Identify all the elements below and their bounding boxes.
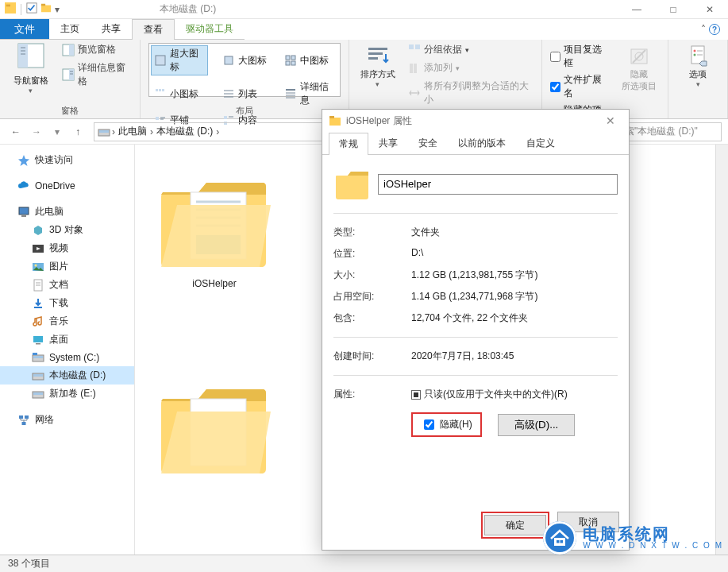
group-show-hide: 项目复选框 文件扩展名 隐藏的项目 隐藏 所选项目 bbox=[542, 40, 668, 118]
details-pane-option[interactable]: 详细信息窗格 bbox=[62, 61, 133, 88]
sidebar-system-c[interactable]: System (C:) bbox=[0, 349, 134, 366]
close-button[interactable]: ✕ bbox=[691, 0, 728, 19]
breadcrumb-this-pc[interactable]: 此电脑 bbox=[117, 125, 148, 138]
options-button[interactable]: 选项 ▾ bbox=[676, 43, 719, 88]
folder-ioshelper[interactable]: iOSHelper bbox=[151, 168, 278, 289]
svg-rect-56 bbox=[21, 215, 26, 217]
hide-selected-button[interactable]: 隐藏 所选项目 bbox=[618, 43, 660, 92]
group-layout-label: 布局 bbox=[148, 105, 340, 117]
help-icon[interactable]: ? bbox=[709, 24, 720, 35]
label-contains: 包含: bbox=[333, 311, 405, 325]
dialog-close-button[interactable]: ✕ bbox=[599, 114, 622, 127]
svg-rect-73 bbox=[19, 415, 23, 419]
sidebar-music[interactable]: 音乐 bbox=[0, 312, 134, 330]
ok-button-highlight: 确定 bbox=[481, 512, 549, 539]
item-checkboxes-toggle[interactable]: 项目复选框 bbox=[550, 43, 609, 70]
svg-rect-18 bbox=[286, 56, 290, 60]
forward-button[interactable]: → bbox=[27, 122, 46, 141]
sidebar-downloads[interactable]: 下载 bbox=[0, 294, 134, 312]
sidebar-pictures[interactable]: 图片 bbox=[0, 257, 134, 276]
svg-rect-84 bbox=[329, 116, 334, 118]
back-button[interactable]: ← bbox=[6, 122, 25, 141]
svg-point-51 bbox=[694, 54, 696, 56]
svg-rect-86 bbox=[557, 540, 560, 543]
up-button[interactable]: ↑ bbox=[68, 122, 87, 141]
dialog-tab-general[interactable]: 常规 bbox=[329, 133, 368, 155]
group-by-option[interactable]: 分组依据▾ bbox=[408, 43, 533, 56]
folder-label: iOSHelper bbox=[192, 278, 236, 289]
dialog-tab-customize[interactable]: 自定义 bbox=[516, 132, 565, 154]
sidebar-quick-access[interactable]: 快速访问 bbox=[0, 151, 134, 169]
minimize-button[interactable]: — bbox=[618, 0, 655, 19]
folder-icon[interactable] bbox=[40, 2, 52, 16]
size-all-columns-option[interactable]: 将所有列调整为合适的大小 bbox=[408, 79, 533, 106]
qat-checkbox-icon[interactable] bbox=[26, 2, 37, 16]
sidebar-documents[interactable]: 文档 bbox=[0, 276, 134, 294]
tab-view[interactable]: 查看 bbox=[132, 19, 175, 40]
breadcrumb-drive-d[interactable]: 本地磁盘 (D:) bbox=[155, 125, 214, 138]
qat-overflow-icon[interactable]: ▾ bbox=[55, 4, 60, 15]
sort-button[interactable]: 排序方式 ▾ bbox=[357, 43, 399, 117]
svg-rect-38 bbox=[368, 48, 387, 50]
tab-drive-tools[interactable]: 驱动器工具 bbox=[175, 19, 245, 40]
sidebar-local-d[interactable]: 本地磁盘 (D:) bbox=[0, 366, 134, 385]
ribbon-panel: 导航窗格 ▾ 预览窗格 详细信息窗格 窗格 超大图标 大图标 中图标 小图标 列… bbox=[0, 40, 728, 119]
ok-button[interactable]: 确定 bbox=[484, 515, 546, 535]
preview-pane-option[interactable]: 预览窗格 bbox=[62, 43, 133, 56]
svg-rect-11 bbox=[69, 44, 74, 56]
recent-locations-button[interactable]: ▾ bbox=[48, 122, 67, 141]
value-type: 文件夹 bbox=[411, 226, 618, 239]
svg-rect-13 bbox=[69, 69, 74, 80]
file-extensions-toggle[interactable]: 文件扩展名 bbox=[550, 73, 609, 100]
nav-pane-button[interactable]: 导航窗格 ▾ bbox=[8, 43, 54, 95]
nav-pane-label: 导航窗格 bbox=[13, 75, 48, 87]
vertical-scrollbar[interactable] bbox=[715, 145, 728, 555]
svg-rect-32 bbox=[156, 117, 159, 120]
tab-file[interactable]: 文件 bbox=[0, 19, 49, 40]
watermark-badge-icon bbox=[543, 521, 576, 555]
window-controls: — □ ✕ bbox=[618, 0, 728, 19]
svg-rect-70 bbox=[33, 374, 43, 377]
hidden-checkbox[interactable]: 隐藏(H) bbox=[411, 412, 482, 437]
svg-rect-43 bbox=[410, 64, 413, 73]
dialog-tab-sharing[interactable]: 共享 bbox=[368, 132, 408, 154]
dialog-tab-security[interactable]: 安全 bbox=[408, 132, 448, 154]
group-layout: 超大图标 大图标 中图标 小图标 列表 详细信息 平铺 内容 布局 bbox=[141, 40, 349, 118]
navigation-tree[interactable]: 快速访问 OneDrive 此电脑 3D 对象 视频 图片 文档 下载 音乐 桌… bbox=[0, 145, 135, 555]
sidebar-this-pc[interactable]: 此电脑 bbox=[0, 203, 134, 221]
sidebar-desktop[interactable]: 桌面 bbox=[0, 330, 134, 349]
svg-rect-74 bbox=[25, 415, 29, 419]
ribbon-collapse-icon[interactable]: ˄ bbox=[701, 24, 706, 35]
tab-home[interactable]: 主页 bbox=[49, 19, 91, 40]
layout-large[interactable]: 大图标 bbox=[219, 45, 270, 75]
dialog-titlebar[interactable]: iOSHelper 属性 ✕ bbox=[322, 110, 629, 132]
value-size-on-disk: 1.14 GB (1,234,771,968 字节) bbox=[411, 290, 618, 303]
sidebar-3d-objects[interactable]: 3D 对象 bbox=[0, 221, 134, 239]
layout-medium[interactable]: 中图标 bbox=[281, 45, 338, 75]
readonly-checkbox[interactable]: 只读(仅应用于文件夹中的文件)(R) bbox=[411, 388, 618, 401]
svg-rect-75 bbox=[22, 422, 26, 425]
advanced-button[interactable]: 高级(D)... bbox=[498, 414, 576, 436]
sidebar-new-e[interactable]: 新加卷 (E:) bbox=[0, 385, 134, 403]
sidebar-network[interactable]: 网络 bbox=[0, 411, 134, 429]
value-location: D:\ bbox=[411, 247, 618, 261]
label-location: 位置: bbox=[333, 247, 405, 261]
window-title: 本地磁盘 (D:) bbox=[160, 2, 216, 16]
folder-name-input[interactable] bbox=[378, 174, 618, 195]
label-attributes: 属性: bbox=[333, 388, 405, 437]
sidebar-videos[interactable]: 视频 bbox=[0, 239, 134, 257]
group-current-view: 排序方式 ▾ 分组依据▾ 添加列▾ 将所有列调整为合适的大小 bbox=[349, 40, 542, 118]
sidebar-onedrive[interactable]: OneDrive bbox=[0, 177, 134, 195]
folder-generic[interactable] bbox=[151, 375, 278, 478]
maximize-button[interactable]: □ bbox=[655, 0, 691, 19]
dialog-tab-previous[interactable]: 以前的版本 bbox=[448, 132, 516, 154]
layout-extra-large[interactable]: 超大图标 bbox=[151, 45, 208, 75]
svg-point-59 bbox=[35, 264, 37, 266]
svg-rect-16 bbox=[156, 56, 165, 65]
svg-rect-54 bbox=[99, 130, 109, 133]
tab-share[interactable]: 共享 bbox=[91, 19, 132, 40]
label-size: 大小: bbox=[333, 269, 405, 282]
add-columns-option[interactable]: 添加列▾ bbox=[408, 61, 533, 75]
svg-rect-39 bbox=[368, 52, 383, 55]
watermark-title: 电脑系统网 bbox=[583, 526, 723, 542]
